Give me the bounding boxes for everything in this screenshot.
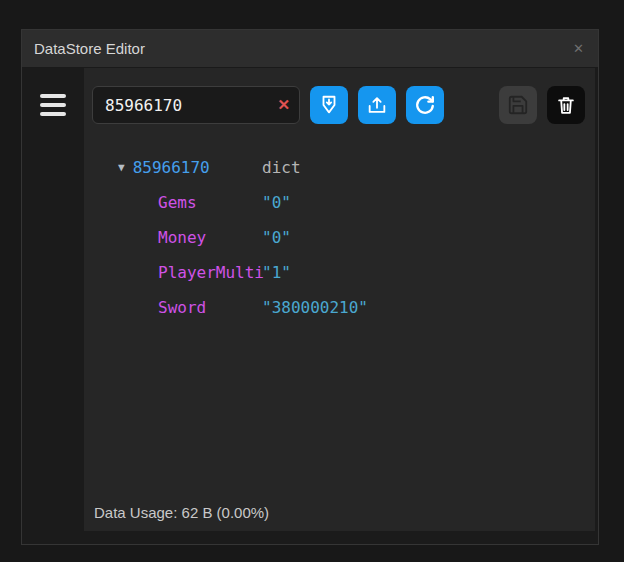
window-body: ✕ [22,68,598,544]
entry-key: PlayerMulti [84,263,262,282]
tree-row[interactable]: Sword "380000210" [84,290,595,325]
datastore-editor-window: DataStore Editor ✕ ✕ [22,30,598,544]
entry-value: "0" [262,193,595,212]
upload-icon [366,94,388,116]
main-panel: ✕ [84,68,595,531]
data-usage-label: Data Usage: 62 B (0.00%) [84,504,595,531]
expander-icon[interactable]: ▼ [118,161,125,174]
entry-key: Gems [84,193,262,212]
datastore-key-search: ✕ [92,86,300,124]
refresh-button[interactable] [406,86,444,124]
root-key-label: 85966170 [133,158,210,177]
window-title: DataStore Editor [34,40,145,57]
entry-key: Sword [84,298,262,317]
search-input[interactable] [92,86,300,124]
tree-row[interactable]: Gems "0" [84,185,595,220]
upload-button[interactable] [358,86,396,124]
entry-value: "0" [262,228,595,247]
menu-icon[interactable] [40,94,66,116]
save-icon [507,94,529,116]
pin-download-icon [318,94,340,116]
delete-button[interactable] [547,86,585,124]
tree-row[interactable]: PlayerMulti "1" [84,255,595,290]
tree-root-row[interactable]: ▼ 85966170 dict [84,150,595,185]
close-icon[interactable]: ✕ [569,40,588,57]
tree-row[interactable]: Money "0" [84,220,595,255]
save-button[interactable] [499,86,537,124]
download-button[interactable] [310,86,348,124]
clear-search-icon[interactable]: ✕ [277,96,290,114]
title-bar: DataStore Editor ✕ [22,30,598,68]
entry-key: Money [84,228,262,247]
sidebar [22,68,84,544]
root-type-label: dict [262,158,595,177]
toolbar: ✕ [84,68,595,124]
datastore-tree: ▼ 85966170 dict Gems "0" Money "0" Playe… [84,150,595,325]
entry-value: "380000210" [262,298,595,317]
entry-value: "1" [262,263,595,282]
refresh-icon [414,94,436,116]
trash-icon [555,94,577,116]
